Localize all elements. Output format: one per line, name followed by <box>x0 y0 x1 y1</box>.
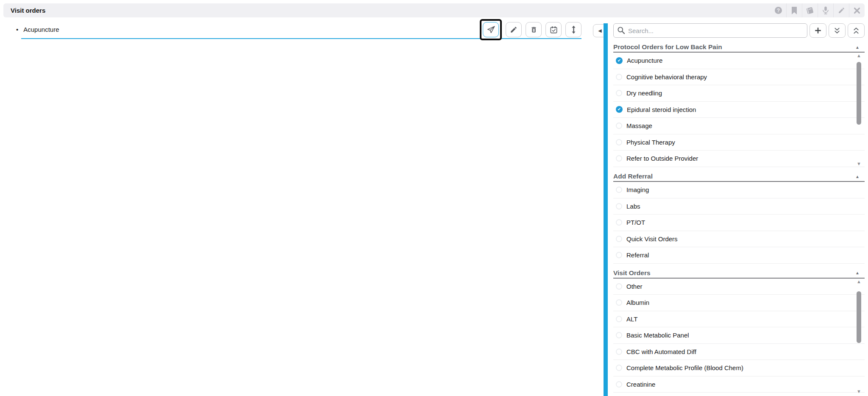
order-item-label: Complete Metabolic Profile (Blood Chem) <box>626 364 743 371</box>
book-button[interactable] <box>802 3 818 17</box>
edit-icon <box>510 26 517 33</box>
section-header-visit-orders[interactable]: Visit Orders ▲ <box>613 268 865 279</box>
scroll-down-icon[interactable]: ▼ <box>856 389 862 394</box>
order-list-item[interactable]: PT/OT <box>613 215 865 231</box>
edit-order-button[interactable] <box>506 22 522 37</box>
order-checkbox[interactable] <box>616 139 622 145</box>
close-panel-button[interactable] <box>849 3 865 17</box>
order-item-label: Massage <box>626 122 652 129</box>
order-list-item[interactable]: Albumin <box>613 295 865 311</box>
order-checkbox[interactable] <box>616 316 622 322</box>
order-checkbox[interactable] <box>616 203 622 209</box>
order-list-item[interactable]: Dry needling <box>613 85 865 102</box>
search-input[interactable] <box>613 23 807 38</box>
order-checkbox[interactable] <box>616 187 622 193</box>
expand-all-button[interactable] <box>829 23 846 38</box>
scrollbar-thumb[interactable] <box>857 62 861 125</box>
order-item-label: Other <box>626 283 643 290</box>
reorder-button[interactable] <box>565 22 581 37</box>
order-checkbox[interactable] <box>616 155 622 162</box>
section-title: Protocol Orders for Low Back Pain <box>613 43 722 51</box>
section-title: Visit Orders <box>613 269 651 277</box>
scroll-down-icon[interactable]: ▼ <box>856 162 862 166</box>
bullet-marker: • <box>16 26 18 33</box>
edit-panel-button[interactable] <box>833 3 849 17</box>
order-checkbox[interactable] <box>616 219 622 226</box>
help-button[interactable]: ? <box>771 3 786 17</box>
scroll-up-icon[interactable]: ▲ <box>856 279 862 284</box>
section-title: Add Referral <box>613 173 653 180</box>
order-checkbox[interactable] <box>616 90 622 96</box>
search-icon <box>617 26 625 36</box>
order-item-label: Labs <box>626 203 640 210</box>
send-order-button[interactable] <box>483 22 499 37</box>
order-checkbox[interactable] <box>616 106 623 113</box>
order-item-label: Acupuncture <box>627 57 662 64</box>
help-icon: ? <box>775 7 782 14</box>
order-toolbar <box>480 20 581 39</box>
order-checkbox[interactable] <box>616 74 622 80</box>
order-checkbox[interactable] <box>616 57 623 64</box>
order-item-label: Albumin <box>626 299 649 306</box>
order-list-item[interactable]: Massage <box>613 118 865 134</box>
collapse-section-icon[interactable]: ▲ <box>855 271 860 275</box>
delete-icon <box>530 26 537 33</box>
order-item-label: Creatinine <box>626 381 655 388</box>
collapse-section-icon[interactable]: ▲ <box>855 174 860 179</box>
dictation-button[interactable] <box>818 3 833 17</box>
visit-order-label: Acupuncture <box>23 26 59 33</box>
schedule-order-button[interactable] <box>545 22 562 37</box>
order-list-item[interactable]: Physical Therapy <box>613 134 865 151</box>
order-item-label: ALT <box>626 315 637 323</box>
order-checkbox[interactable] <box>616 236 622 242</box>
sidebar-divider-bar <box>604 23 608 396</box>
add-order-button[interactable] <box>810 23 826 38</box>
delete-order-button[interactable] <box>526 22 542 37</box>
order-list-item[interactable]: Labs <box>613 198 865 215</box>
order-checkbox[interactable] <box>616 365 622 371</box>
section-header-add-referral[interactable]: Add Referral ▲ <box>613 172 865 182</box>
order-checkbox[interactable] <box>616 349 622 355</box>
order-list-item[interactable]: Imaging <box>613 182 865 198</box>
order-list-item[interactable]: ALT <box>613 311 865 328</box>
visit-order-row[interactable]: • Acupuncture <box>16 20 59 39</box>
collapse-section-icon[interactable]: ▲ <box>855 45 860 50</box>
order-list-item[interactable]: Referral <box>613 247 865 264</box>
header-icon-toolbar: ? <box>771 3 865 17</box>
order-list-item[interactable]: Creatinine <box>613 376 865 393</box>
order-list-item[interactable]: Other <box>613 279 865 295</box>
close-icon <box>854 8 860 14</box>
order-checkbox[interactable] <box>616 123 622 129</box>
order-checkbox[interactable] <box>616 381 622 388</box>
bookmark-button[interactable] <box>786 3 802 17</box>
panel-header: Visit orders ? <box>3 3 865 17</box>
double-chevron-up-icon <box>852 27 860 34</box>
order-list-item[interactable]: Basic Metabolic Panel <box>613 327 865 344</box>
collapse-all-button[interactable] <box>848 23 865 38</box>
scroll-up-icon[interactable]: ▲ <box>856 53 862 58</box>
add-icon <box>814 27 822 34</box>
order-item-label: Physical Therapy <box>626 139 675 146</box>
order-list-item[interactable]: Cognitive behavioral therapy <box>613 69 865 86</box>
section-header-protocol-orders[interactable]: Protocol Orders for Low Back Pain ▲ <box>613 42 865 53</box>
order-list-item[interactable]: Acupuncture <box>613 53 865 69</box>
order-list-item[interactable]: Quick Visit Orders <box>613 231 865 248</box>
visit-orders-list: Other Albumin ALT Basic Metabolic Panel … <box>613 279 865 396</box>
protocol-orders-list: Acupuncture Cognitive behavioral therapy… <box>613 53 865 167</box>
order-item-label: Basic Metabolic Panel <box>626 332 689 339</box>
order-checkbox[interactable] <box>616 299 622 306</box>
bookmark-icon <box>791 7 798 14</box>
order-checkbox[interactable] <box>616 332 622 338</box>
order-item-label: Cognitive behavioral therapy <box>626 73 707 81</box>
edit-icon <box>838 7 845 14</box>
book-icon <box>806 7 814 14</box>
order-list-item[interactable]: Refer to Outside Provider <box>613 151 865 167</box>
sidebar-search-row <box>613 23 865 38</box>
order-list-item[interactable]: Epidural steroid injection <box>613 102 865 118</box>
order-checkbox[interactable] <box>616 252 622 258</box>
order-list-item[interactable]: Complete Metabolic Profile (Blood Chem) <box>613 360 865 376</box>
order-checkbox[interactable] <box>616 283 622 290</box>
scrollbar-thumb[interactable] <box>857 291 861 343</box>
order-item-label: Referral <box>626 251 649 259</box>
order-list-item[interactable]: CBC with Automated Diff <box>613 344 865 360</box>
